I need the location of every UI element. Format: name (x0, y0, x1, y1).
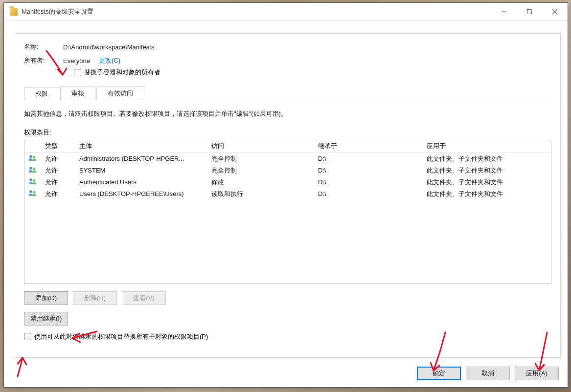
replace-child-permissions-checkbox[interactable] (24, 333, 31, 340)
col-type[interactable]: 类型 (41, 142, 75, 151)
cell-principal: Administrators (DESKTOP-HPGER... (75, 155, 207, 162)
add-button[interactable]: 添加(D) (24, 291, 68, 305)
cell-access: 完全控制 (207, 154, 314, 163)
tab-auditing[interactable]: 审核 (60, 87, 95, 100)
svg-point-6 (29, 167, 32, 170)
cell-inherited-from: D:\ (314, 190, 423, 197)
table-row[interactable]: 允许 Administrators (DESKTOP-HPGER... 完全控制… (24, 153, 551, 165)
table-row[interactable]: 允许 SYSTEM 完全控制 D:\ 此文件夹、子文件夹和文件 (24, 165, 551, 176)
cell-principal: Users (DESKTOP-HPGEREE\Users) (75, 190, 207, 197)
disable-inheritance-button[interactable]: 禁用继承(I) (24, 312, 68, 326)
col-applies-to[interactable]: 应用于 (423, 142, 551, 151)
cell-applies-to: 此文件夹、子文件夹和文件 (423, 178, 551, 187)
advanced-security-window: Manifests的高级安全设置 名称: D:\Android\workspac… (3, 2, 568, 388)
col-principal[interactable]: 主体 (75, 142, 207, 151)
titlebar: Manifests的高级安全设置 (4, 3, 568, 21)
tab-effective-access[interactable]: 有效访问 (96, 87, 144, 100)
users-icon (28, 179, 37, 187)
name-value: D:\Android\workspace\Manifests (63, 44, 154, 51)
svg-point-9 (33, 179, 35, 182)
users-icon (28, 168, 37, 175)
replace-child-permissions-label: 使用可从此对象继承的权限项目替换所有子对象的权限项目(P) (34, 332, 208, 341)
cell-principal: Authenticated Users (75, 178, 207, 186)
replace-owner-label: 替换子容器和对象的所有者 (84, 68, 160, 77)
col-inherited-from[interactable]: 继承于 (314, 142, 423, 151)
change-owner-link[interactable]: 更改(C) (99, 56, 120, 65)
col-access[interactable]: 访问 (207, 142, 314, 151)
permission-entries-label: 权限条目: (24, 128, 551, 137)
ok-button[interactable]: 确定 (417, 367, 461, 380)
dialog-footer: 确定 取消 应用(A) (417, 367, 559, 380)
tab-strip: 权限 审核 有效访问 (24, 87, 551, 100)
view-button: 查看(V) (122, 291, 166, 305)
tab-permissions[interactable]: 权限 (24, 87, 59, 100)
cell-type: 允许 (41, 178, 75, 187)
owner-label: 所有者: (24, 56, 63, 65)
window-title: Manifests的高级安全设置 (22, 7, 491, 16)
close-button[interactable] (542, 3, 568, 20)
apply-button[interactable]: 应用(A) (515, 367, 559, 380)
svg-point-7 (33, 168, 35, 170)
cell-type: 允许 (41, 154, 75, 163)
cell-inherited-from: D:\ (314, 167, 423, 174)
content-panel: 名称: D:\Android\workspace\Manifests 所有者: … (15, 33, 561, 358)
svg-point-4 (29, 155, 32, 158)
cell-applies-to: 此文件夹、子文件夹和文件 (423, 166, 551, 175)
svg-rect-1 (527, 9, 532, 14)
cell-type: 允许 (41, 190, 75, 198)
svg-point-5 (33, 156, 35, 158)
permission-listview[interactable]: 类型 主体 访问 继承于 应用于 允许 Administrators (DESK… (24, 140, 551, 283)
svg-point-8 (29, 178, 32, 181)
minimize-button[interactable] (491, 3, 517, 20)
cell-applies-to: 此文件夹、子文件夹和文件 (423, 190, 551, 198)
cell-applies-to: 此文件夹、子文件夹和文件 (423, 154, 551, 163)
replace-owner-checkbox[interactable] (74, 69, 81, 76)
instruction-text: 如需其他信息，请双击权限项目。若要修改权限项目，请选择该项目并单击"编辑"(如果… (24, 109, 551, 119)
cell-inherited-from: D:\ (314, 178, 423, 186)
table-row[interactable]: 允许 Authenticated Users 修改 D:\ 此文件夹、子文件夹和… (24, 176, 551, 188)
cell-type: 允许 (41, 166, 75, 175)
cell-access: 完全控制 (207, 166, 314, 175)
maximize-button[interactable] (517, 3, 542, 20)
svg-point-10 (29, 190, 32, 193)
users-icon (28, 191, 37, 198)
table-row[interactable]: 允许 Users (DESKTOP-HPGEREE\Users) 读取和执行 D… (24, 188, 551, 200)
cell-inherited-from: D:\ (314, 155, 423, 162)
cell-principal: SYSTEM (75, 167, 207, 174)
cell-access: 读取和执行 (207, 190, 314, 198)
name-label: 名称: (24, 43, 63, 51)
listview-header: 类型 主体 访问 继承于 应用于 (24, 140, 551, 153)
folder-icon (10, 8, 18, 16)
owner-value: Everyone (63, 57, 90, 65)
cancel-button[interactable]: 取消 (466, 367, 510, 380)
cell-access: 修改 (207, 178, 314, 187)
remove-button: 删除(R) (73, 291, 117, 305)
svg-point-11 (33, 191, 35, 194)
users-icon (28, 156, 37, 163)
